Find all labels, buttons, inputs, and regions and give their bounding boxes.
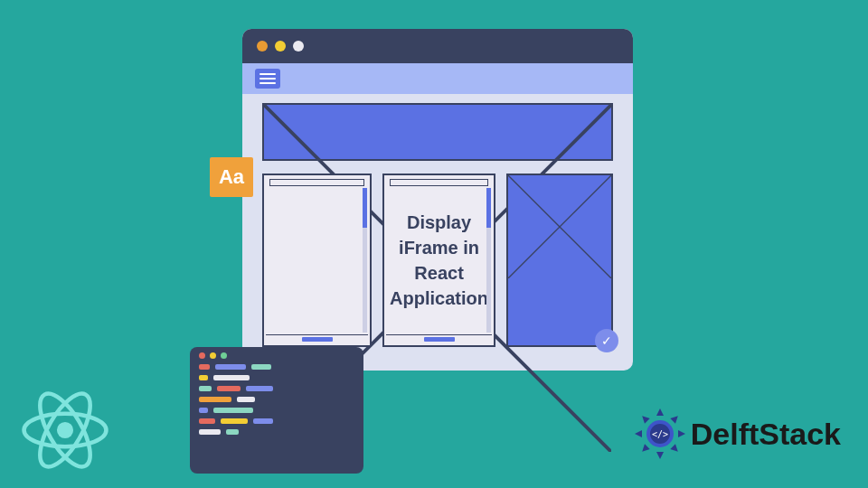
svg-marker-10 bbox=[635, 430, 642, 437]
code-token bbox=[199, 364, 210, 370]
code-window-controls bbox=[199, 352, 354, 359]
iframe-box-left bbox=[262, 174, 372, 347]
code-line bbox=[199, 386, 354, 391]
code-token bbox=[199, 386, 212, 391]
code-token bbox=[199, 418, 215, 424]
code-token bbox=[199, 375, 208, 380]
scrollbar-vertical[interactable] bbox=[486, 188, 491, 333]
browser-toolbar bbox=[242, 63, 633, 94]
iframe-caption: Display iFrame in React Application bbox=[384, 186, 494, 334]
svg-text:</>: </> bbox=[652, 429, 668, 439]
close-dot-icon[interactable] bbox=[199, 352, 205, 359]
svg-marker-8 bbox=[656, 408, 664, 416]
code-token bbox=[215, 364, 246, 370]
delftstack-logo-icon: </> bbox=[633, 407, 687, 461]
code-line bbox=[199, 408, 354, 413]
code-line bbox=[199, 418, 354, 424]
code-token bbox=[253, 418, 273, 424]
react-logo-icon bbox=[20, 385, 110, 475]
aa-label: Aa bbox=[219, 165, 244, 189]
code-token bbox=[237, 397, 255, 402]
svg-marker-11 bbox=[678, 430, 685, 437]
browser-body: Display iFrame in React Application ✓ bbox=[242, 94, 633, 361]
code-line bbox=[199, 375, 354, 380]
code-token bbox=[221, 418, 248, 424]
code-token bbox=[199, 397, 231, 402]
minimize-dot-icon[interactable] bbox=[210, 352, 216, 359]
svg-marker-15 bbox=[670, 444, 680, 454]
side-placeholder: ✓ bbox=[506, 174, 613, 347]
typography-badge: Aa bbox=[210, 157, 253, 197]
window-minimize-dot[interactable] bbox=[275, 41, 286, 52]
svg-marker-13 bbox=[639, 444, 649, 454]
browser-window: Display iFrame in React Application ✓ Aa bbox=[242, 29, 633, 371]
code-editor-window bbox=[190, 347, 363, 474]
delftstack-label: DelftStack bbox=[691, 417, 841, 452]
window-close-dot[interactable] bbox=[257, 41, 268, 52]
code-token bbox=[251, 364, 271, 370]
scrollbar-vertical[interactable] bbox=[363, 188, 367, 333]
code-token bbox=[246, 386, 273, 391]
cross-diagonals-icon bbox=[508, 175, 611, 278]
svg-marker-12 bbox=[670, 413, 680, 423]
code-token bbox=[226, 429, 239, 435]
svg-marker-9 bbox=[656, 452, 664, 459]
code-line bbox=[199, 429, 354, 435]
code-token bbox=[213, 408, 253, 413]
code-token bbox=[199, 429, 221, 435]
svg-point-4 bbox=[57, 422, 73, 438]
maximize-dot-icon[interactable] bbox=[221, 352, 227, 359]
delftstack-brand: </> DelftStack bbox=[633, 407, 841, 461]
content-columns: Display iFrame in React Application ✓ bbox=[262, 174, 613, 347]
code-lines bbox=[199, 364, 354, 435]
iframe-box-center: Display iFrame in React Application bbox=[382, 174, 495, 347]
code-line bbox=[199, 397, 354, 402]
svg-marker-14 bbox=[639, 413, 649, 423]
checkmark-badge-icon: ✓ bbox=[595, 329, 618, 352]
code-token bbox=[199, 408, 208, 413]
check-glyph: ✓ bbox=[601, 333, 612, 348]
hamburger-menu-icon[interactable] bbox=[255, 69, 280, 89]
window-maximize-dot[interactable] bbox=[293, 41, 304, 52]
code-token bbox=[213, 375, 250, 380]
code-line bbox=[199, 364, 354, 370]
browser-titlebar bbox=[242, 29, 633, 63]
hero-placeholder bbox=[262, 103, 613, 161]
code-token bbox=[217, 386, 241, 391]
